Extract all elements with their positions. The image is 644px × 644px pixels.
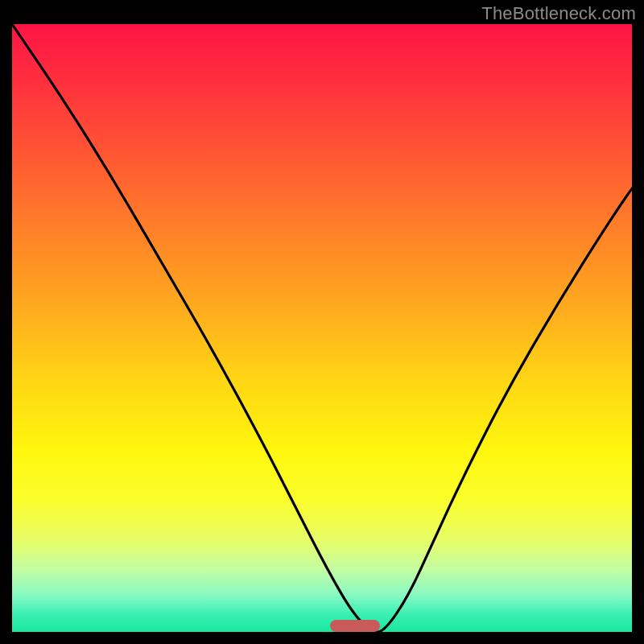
bottleneck-curve [12, 24, 632, 632]
min-marker-icon [330, 620, 380, 632]
watermark-text: TheBottleneck.com [481, 3, 636, 24]
plot-area [12, 24, 632, 632]
curve-path [12, 24, 632, 632]
chart-root: TheBottleneck.com [0, 0, 644, 644]
